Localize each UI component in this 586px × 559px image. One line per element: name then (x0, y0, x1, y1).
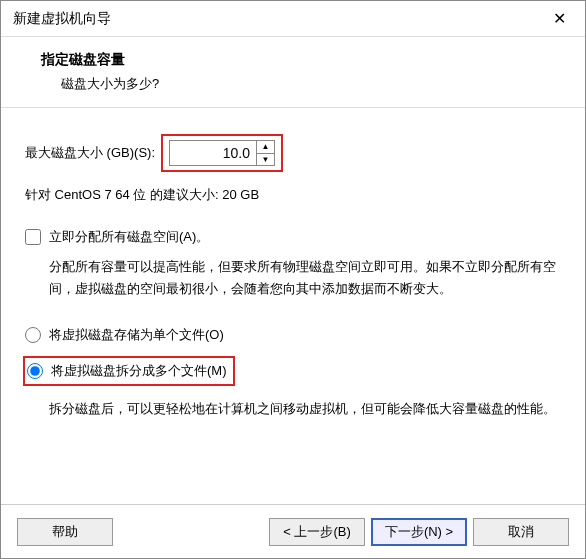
store-split-label: 将虚拟磁盘拆分成多个文件(M) (51, 362, 227, 380)
disk-size-label: 最大磁盘大小 (GB)(S): (25, 144, 155, 162)
store-single-radio[interactable] (25, 327, 41, 343)
back-button[interactable]: < 上一步(B) (269, 518, 365, 546)
cancel-button[interactable]: 取消 (473, 518, 569, 546)
content-area: 最大磁盘大小 (GB)(S): ▲ ▼ 针对 CentOS 7 64 位 的建议… (1, 108, 585, 450)
spinner-up-icon[interactable]: ▲ (257, 141, 274, 154)
wizard-dialog: 新建虚拟机向导 ✕ 指定磁盘容量 磁盘大小为多少? 最大磁盘大小 (GB)(S)… (0, 0, 586, 559)
store-split-row: 将虚拟磁盘拆分成多个文件(M) (25, 356, 561, 386)
close-icon[interactable]: ✕ (537, 4, 581, 34)
store-split-description: 拆分磁盘后，可以更轻松地在计算机之间移动虚拟机，但可能会降低大容量磁盘的性能。 (25, 398, 561, 420)
page-title: 指定磁盘容量 (41, 51, 561, 69)
store-single-label: 将虚拟磁盘存储为单个文件(O) (49, 326, 224, 344)
disk-size-input[interactable] (170, 141, 256, 165)
allocate-now-checkbox[interactable] (25, 229, 41, 245)
disk-size-row: 最大磁盘大小 (GB)(S): ▲ ▼ (25, 134, 561, 172)
store-single-row: 将虚拟磁盘存储为单个文件(O) (25, 326, 561, 344)
footer-right: < 上一步(B) 下一步(N) > 取消 (269, 518, 569, 546)
next-button[interactable]: 下一步(N) > (371, 518, 467, 546)
disk-size-spinner: ▲ ▼ (169, 140, 275, 166)
recommended-size: 针对 CentOS 7 64 位 的建议大小: 20 GB (25, 186, 561, 204)
spinner-buttons: ▲ ▼ (256, 141, 274, 165)
footer-bar: 帮助 < 上一步(B) 下一步(N) > 取消 (1, 504, 585, 558)
allocate-now-row: 立即分配所有磁盘空间(A)。 (25, 228, 561, 246)
page-header: 指定磁盘容量 磁盘大小为多少? (1, 37, 585, 108)
titlebar: 新建虚拟机向导 ✕ (1, 1, 585, 37)
help-button[interactable]: 帮助 (17, 518, 113, 546)
spinner-down-icon[interactable]: ▼ (257, 154, 274, 166)
disk-size-highlight: ▲ ▼ (161, 134, 283, 172)
allocate-now-label: 立即分配所有磁盘空间(A)。 (49, 228, 209, 246)
window-title: 新建虚拟机向导 (13, 10, 111, 28)
allocate-now-description: 分配所有容量可以提高性能，但要求所有物理磁盘空间立即可用。如果不立即分配所有空间… (25, 256, 561, 300)
store-split-radio[interactable] (27, 363, 43, 379)
store-split-highlight: 将虚拟磁盘拆分成多个文件(M) (23, 356, 235, 386)
page-subtitle: 磁盘大小为多少? (41, 75, 561, 93)
